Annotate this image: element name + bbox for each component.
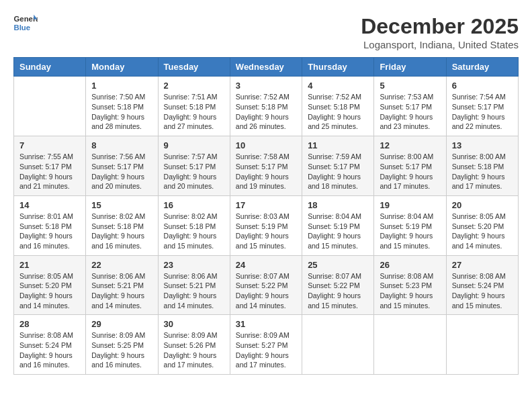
day-number: 23 (164, 260, 224, 270)
table-row: 2Sunrise: 7:51 AMSunset: 5:18 PMDaylight… (158, 77, 230, 136)
day-info: Sunrise: 8:08 AMSunset: 5:24 PMDaylight:… (19, 330, 80, 370)
main-title: December 2025 (361, 13, 519, 39)
table-row: 10Sunrise: 7:58 AMSunset: 5:17 PMDayligh… (230, 136, 302, 196)
table-row: 26Sunrise: 8:08 AMSunset: 5:23 PMDayligh… (374, 255, 446, 315)
calendar-week-row: 1Sunrise: 7:50 AMSunset: 5:18 PMDaylight… (14, 77, 519, 136)
table-row (302, 315, 374, 375)
day-info: Sunrise: 8:00 AMSunset: 5:17 PMDaylight:… (380, 152, 440, 191)
logo-icon: General Blue (13, 13, 38, 32)
day-number: 14 (19, 200, 80, 210)
table-row (446, 315, 518, 375)
day-info: Sunrise: 8:02 AMSunset: 5:18 PMDaylight:… (91, 212, 152, 251)
day-number: 20 (452, 200, 513, 210)
table-row: 3Sunrise: 7:52 AMSunset: 5:18 PMDaylight… (230, 77, 302, 136)
day-info: Sunrise: 8:03 AMSunset: 5:19 PMDaylight:… (236, 212, 296, 251)
table-row: 5Sunrise: 7:53 AMSunset: 5:17 PMDaylight… (374, 77, 446, 136)
table-row: 7Sunrise: 7:55 AMSunset: 5:17 PMDaylight… (14, 136, 86, 196)
day-number: 29 (91, 319, 152, 329)
day-number: 17 (236, 200, 296, 210)
day-info: Sunrise: 7:59 AMSunset: 5:17 PMDaylight:… (308, 152, 368, 191)
table-row: 4Sunrise: 7:52 AMSunset: 5:18 PMDaylight… (302, 77, 374, 136)
table-row: 24Sunrise: 8:07 AMSunset: 5:22 PMDayligh… (230, 255, 302, 315)
sub-title: Logansport, Indiana, United States (361, 39, 519, 50)
day-number: 2 (164, 81, 224, 91)
day-info: Sunrise: 8:09 AMSunset: 5:26 PMDaylight:… (164, 330, 224, 370)
day-number: 4 (308, 81, 368, 91)
day-number: 9 (164, 140, 224, 150)
col-monday: Monday (86, 58, 158, 77)
table-row: 17Sunrise: 8:03 AMSunset: 5:19 PMDayligh… (230, 195, 302, 255)
day-info: Sunrise: 8:02 AMSunset: 5:18 PMDaylight:… (164, 212, 224, 251)
table-row: 9Sunrise: 7:57 AMSunset: 5:17 PMDaylight… (158, 136, 230, 196)
day-info: Sunrise: 7:58 AMSunset: 5:17 PMDaylight:… (236, 152, 296, 191)
table-row: 19Sunrise: 8:04 AMSunset: 5:19 PMDayligh… (374, 195, 446, 255)
table-row: 8Sunrise: 7:56 AMSunset: 5:17 PMDaylight… (86, 136, 158, 196)
col-tuesday: Tuesday (158, 58, 230, 77)
table-row: 11Sunrise: 7:59 AMSunset: 5:17 PMDayligh… (302, 136, 374, 196)
table-row: 18Sunrise: 8:04 AMSunset: 5:19 PMDayligh… (302, 195, 374, 255)
day-number: 8 (91, 140, 152, 150)
day-number: 6 (452, 81, 513, 91)
day-info: Sunrise: 7:54 AMSunset: 5:17 PMDaylight:… (452, 92, 513, 132)
table-row: 16Sunrise: 8:02 AMSunset: 5:18 PMDayligh… (158, 195, 230, 255)
table-row: 23Sunrise: 8:06 AMSunset: 5:21 PMDayligh… (158, 255, 230, 315)
table-row: 31Sunrise: 8:09 AMSunset: 5:27 PMDayligh… (230, 315, 302, 375)
day-info: Sunrise: 7:52 AMSunset: 5:18 PMDaylight:… (236, 92, 296, 132)
day-info: Sunrise: 8:05 AMSunset: 5:20 PMDaylight:… (19, 271, 80, 311)
day-number: 7 (19, 140, 80, 150)
svg-text:Blue: Blue (14, 24, 31, 32)
header: General Blue December 2025 Logansport, I… (13, 13, 519, 50)
day-info: Sunrise: 7:53 AMSunset: 5:17 PMDaylight:… (380, 92, 440, 132)
day-number: 11 (308, 140, 368, 150)
day-info: Sunrise: 8:05 AMSunset: 5:20 PMDaylight:… (452, 212, 513, 251)
day-info: Sunrise: 8:00 AMSunset: 5:18 PMDaylight:… (452, 152, 513, 191)
title-area: December 2025 Logansport, Indiana, Unite… (361, 13, 519, 50)
table-row: 27Sunrise: 8:08 AMSunset: 5:24 PMDayligh… (446, 255, 518, 315)
day-info: Sunrise: 8:09 AMSunset: 5:27 PMDaylight:… (236, 330, 296, 370)
calendar-week-row: 21Sunrise: 8:05 AMSunset: 5:20 PMDayligh… (14, 255, 519, 315)
table-row: 21Sunrise: 8:05 AMSunset: 5:20 PMDayligh… (14, 255, 86, 315)
day-number: 30 (164, 319, 224, 329)
table-row: 29Sunrise: 8:09 AMSunset: 5:25 PMDayligh… (86, 315, 158, 375)
day-number: 24 (236, 260, 296, 270)
day-number: 3 (236, 81, 296, 91)
table-row: 25Sunrise: 8:07 AMSunset: 5:22 PMDayligh… (302, 255, 374, 315)
table-row: 28Sunrise: 8:08 AMSunset: 5:24 PMDayligh… (14, 315, 86, 375)
day-number: 28 (19, 319, 80, 329)
day-info: Sunrise: 7:52 AMSunset: 5:18 PMDaylight:… (308, 92, 368, 132)
day-number: 15 (91, 200, 152, 210)
day-number: 19 (380, 200, 440, 210)
day-number: 10 (236, 140, 296, 150)
calendar-week-row: 14Sunrise: 8:01 AMSunset: 5:18 PMDayligh… (14, 195, 519, 255)
day-info: Sunrise: 8:08 AMSunset: 5:23 PMDaylight:… (380, 271, 440, 311)
day-number: 21 (19, 260, 80, 270)
col-saturday: Saturday (446, 58, 518, 77)
day-number: 5 (380, 81, 440, 91)
col-thursday: Thursday (302, 58, 374, 77)
col-wednesday: Wednesday (230, 58, 302, 77)
day-info: Sunrise: 8:09 AMSunset: 5:25 PMDaylight:… (91, 330, 152, 370)
day-info: Sunrise: 8:06 AMSunset: 5:21 PMDaylight:… (164, 271, 224, 311)
day-number: 18 (308, 200, 368, 210)
table-row: 1Sunrise: 7:50 AMSunset: 5:18 PMDaylight… (86, 77, 158, 136)
calendar: Sunday Monday Tuesday Wednesday Thursday… (13, 57, 519, 375)
day-info: Sunrise: 8:07 AMSunset: 5:22 PMDaylight:… (308, 271, 368, 311)
day-number: 31 (236, 319, 296, 329)
table-row (14, 77, 86, 136)
day-number: 27 (452, 260, 513, 270)
table-row: 14Sunrise: 8:01 AMSunset: 5:18 PMDayligh… (14, 195, 86, 255)
day-number: 25 (308, 260, 368, 270)
day-number: 12 (380, 140, 440, 150)
col-sunday: Sunday (14, 58, 86, 77)
calendar-week-row: 7Sunrise: 7:55 AMSunset: 5:17 PMDaylight… (14, 136, 519, 196)
table-row: 22Sunrise: 8:06 AMSunset: 5:21 PMDayligh… (86, 255, 158, 315)
day-info: Sunrise: 7:57 AMSunset: 5:17 PMDaylight:… (164, 152, 224, 191)
calendar-week-row: 28Sunrise: 8:08 AMSunset: 5:24 PMDayligh… (14, 315, 519, 375)
day-info: Sunrise: 8:07 AMSunset: 5:22 PMDaylight:… (236, 271, 296, 311)
day-info: Sunrise: 8:04 AMSunset: 5:19 PMDaylight:… (380, 212, 440, 251)
table-row: 12Sunrise: 8:00 AMSunset: 5:17 PMDayligh… (374, 136, 446, 196)
table-row (374, 315, 446, 375)
day-number: 13 (452, 140, 513, 150)
table-row: 30Sunrise: 8:09 AMSunset: 5:26 PMDayligh… (158, 315, 230, 375)
day-number: 26 (380, 260, 440, 270)
